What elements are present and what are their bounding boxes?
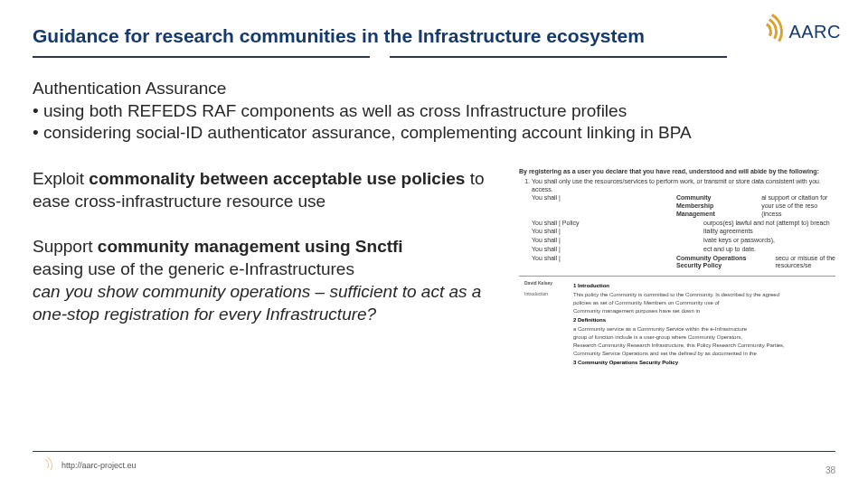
embedded-doc-preview: David Kelsey Introduction 1 Introduction… [519, 276, 835, 372]
doc-section-intro: 1 Introduction [573, 283, 830, 290]
registration-declaration: By registering as a user you declare tha… [519, 168, 835, 176]
support-pre: Support [33, 237, 98, 256]
auth-block: Authentication Assurance using both REFE… [33, 78, 835, 145]
support-bold: community management using Snctfi [98, 237, 403, 256]
exploit-pre: Exploit [33, 169, 89, 188]
aarc-logo-text: AARC [788, 22, 841, 42]
aarc-logo-icon [741, 11, 783, 52]
auth-heading: Authentication Assurance [33, 78, 835, 100]
support-l3: can you show community operations – suff… [33, 281, 503, 325]
page-number: 38 [826, 465, 835, 475]
declaration-list: You shall only use the resources/service… [532, 178, 835, 270]
footer-logo-icon [33, 455, 52, 475]
sidebar-preview: By registering as a user you declare tha… [519, 168, 835, 372]
support-block: Support community management using Snctf… [33, 236, 503, 325]
footer-url: http://aarc-project.eu [61, 461, 137, 470]
doc-section-policy: 3 Community Operations Security Policy [573, 360, 830, 367]
support-l2: easing use of the generic e-Infrastructu… [33, 258, 503, 281]
exploit-bold: commonality between acceptable use polic… [89, 169, 465, 188]
exploit-block: Exploit commonality between acceptable u… [33, 168, 503, 212]
auth-bullet-2: considering social-ID authenticator assu… [33, 122, 835, 145]
slide-title: Guidance for research communities in the… [33, 25, 835, 47]
footer-divider [33, 451, 835, 452]
aarc-logo: AARC [741, 11, 841, 52]
auth-bullet-1: using both REFEDS RAF components as well… [33, 100, 835, 123]
doc-author: David Kelsey [524, 280, 566, 286]
doc-section-definitions: 2 Definitions [573, 317, 830, 324]
title-divider [33, 56, 835, 58]
